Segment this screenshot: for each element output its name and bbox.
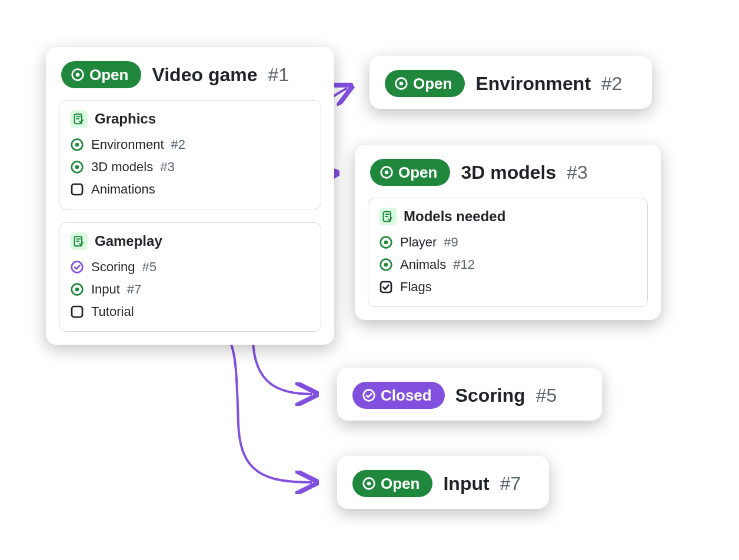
issue-ref: #7 xyxy=(500,473,521,495)
tasklist-title: Graphics xyxy=(70,110,310,128)
issue-card-input[interactable]: Open Input #7 xyxy=(337,456,549,509)
tasklist-title: Gameplay xyxy=(70,232,310,250)
open-issue-icon xyxy=(71,68,85,82)
issue-title: Scoring xyxy=(455,385,525,406)
issue-ref: #5 xyxy=(536,385,557,406)
tasklist-title: Models needed xyxy=(379,208,637,225)
task-row[interactable]: Input #7 xyxy=(70,278,310,301)
status-pill-open: Open xyxy=(370,159,450,186)
open-issue-icon xyxy=(70,160,84,174)
closed-issue-icon xyxy=(70,260,84,274)
tasklist-icon xyxy=(70,232,88,250)
issue-title: Input xyxy=(443,473,489,495)
tasklist-graphics: Graphics Environment #2 3D models #3 Ani… xyxy=(59,100,321,209)
status-label: Open xyxy=(381,476,420,491)
status-pill-closed: Closed xyxy=(352,382,445,409)
issue-card-main[interactable]: Open Video game #1 Graphics Environment … xyxy=(46,47,334,345)
open-issue-icon xyxy=(379,235,393,249)
task-row[interactable]: Tutorial xyxy=(70,301,310,323)
open-issue-icon xyxy=(380,165,394,179)
checkbox-empty-icon xyxy=(70,305,84,319)
issue-title: Video game xyxy=(152,64,257,86)
issue-title: 3D models xyxy=(461,162,556,184)
task-row[interactable]: Animals #12 xyxy=(379,254,637,276)
svg-point-19 xyxy=(384,241,388,245)
task-row[interactable]: Animations xyxy=(70,178,310,201)
status-pill-open: Open xyxy=(385,70,465,97)
open-issue-icon xyxy=(70,282,84,296)
task-row[interactable]: Scoring #5 xyxy=(70,256,310,278)
closed-issue-icon xyxy=(362,388,376,402)
tasklist-icon xyxy=(379,208,397,225)
open-issue-icon xyxy=(394,76,408,91)
svg-point-11 xyxy=(75,288,79,292)
svg-point-25 xyxy=(367,482,371,486)
svg-point-6 xyxy=(75,165,79,169)
issue-ref: #2 xyxy=(601,73,623,95)
status-label: Open xyxy=(89,67,128,82)
issue-card-models[interactable]: Open 3D models #3 Models needed Player #… xyxy=(355,145,661,320)
open-issue-icon xyxy=(70,138,84,152)
issue-title: Environment xyxy=(475,73,591,95)
svg-point-14 xyxy=(400,82,404,86)
svg-point-4 xyxy=(75,143,79,147)
tasklist-icon xyxy=(70,110,88,128)
svg-rect-12 xyxy=(72,306,82,317)
checkbox-checked-icon xyxy=(379,280,393,294)
card-header: Open Input #7 xyxy=(337,456,549,509)
issue-ref: #3 xyxy=(567,162,588,184)
svg-point-16 xyxy=(385,171,389,175)
task-row[interactable]: Environment #2 xyxy=(70,134,310,156)
task-row[interactable]: 3D models #3 xyxy=(70,156,310,178)
svg-point-21 xyxy=(384,263,388,267)
card-header: Open Environment #2 xyxy=(369,56,652,109)
status-pill-open: Open xyxy=(352,470,432,497)
status-label: Open xyxy=(398,165,437,180)
issue-card-environment[interactable]: Open Environment #2 xyxy=(369,56,652,109)
status-label: Open xyxy=(413,76,452,91)
open-issue-icon xyxy=(379,258,393,272)
checkbox-empty-icon xyxy=(70,182,84,196)
svg-rect-7 xyxy=(72,184,82,195)
card-header: Open Video game #1 xyxy=(46,47,334,100)
card-header: Closed Scoring #5 xyxy=(337,368,602,421)
svg-point-1 xyxy=(76,73,80,77)
issue-card-scoring[interactable]: Closed Scoring #5 xyxy=(337,368,602,421)
status-pill-open: Open xyxy=(61,61,141,88)
issue-ref: #1 xyxy=(268,64,289,86)
tasklist-models-needed: Models needed Player #9 Animals #12 Flag… xyxy=(368,198,648,307)
task-row[interactable]: Player #9 xyxy=(379,231,637,254)
open-issue-icon xyxy=(362,476,376,491)
status-label: Closed xyxy=(381,388,432,403)
card-header: Open 3D models #3 xyxy=(355,145,661,198)
tasklist-gameplay: Gameplay Scoring #5 Input #7 Tutorial xyxy=(59,222,321,332)
task-row[interactable]: Flags xyxy=(379,276,637,298)
